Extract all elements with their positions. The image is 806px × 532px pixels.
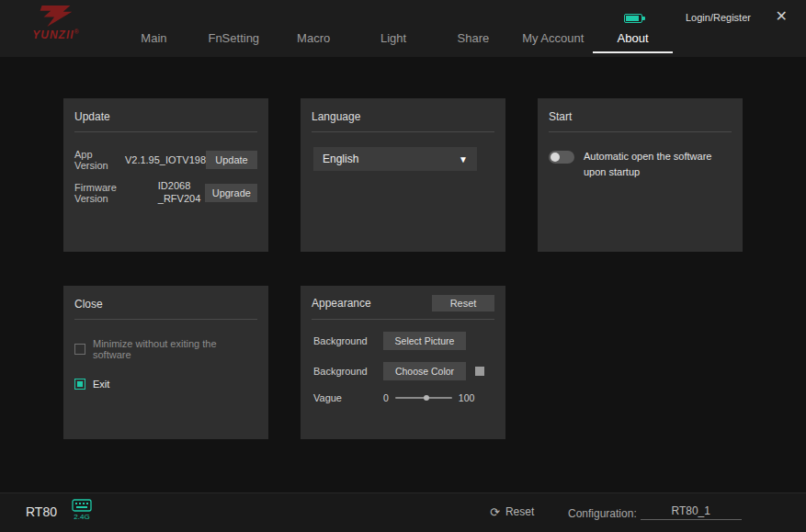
language-panel-title: Language xyxy=(301,98,505,131)
divider xyxy=(312,319,494,320)
vague-slider[interactable] xyxy=(395,397,452,399)
appearance-panel-title: Appearance xyxy=(312,297,371,310)
brand-logo-icon xyxy=(36,4,76,28)
main-content: Update App Version V2.1.95_IOTV198 Updat… xyxy=(0,57,806,492)
nav-my-account[interactable]: My Account xyxy=(513,31,593,53)
update-panel-title: Update xyxy=(63,98,268,131)
exit-label: Exit xyxy=(93,379,109,390)
nav-fnsetting[interactable]: FnSetting xyxy=(194,31,274,53)
reset-label: Reset xyxy=(505,505,534,518)
registered-mark: ® xyxy=(74,28,80,35)
refresh-icon: ⟳ xyxy=(490,506,500,518)
configuration-group: Configuration: RT80_1 xyxy=(568,504,742,520)
language-panel: Language English ▼ xyxy=(301,98,505,252)
update-button[interactable]: Update xyxy=(206,151,257,169)
startup-toggle[interactable] xyxy=(549,151,574,164)
exit-checkbox[interactable] xyxy=(74,379,85,390)
firmware-version-label: Firmware Version xyxy=(74,182,152,204)
brand-name: YUNZII® xyxy=(26,28,86,40)
color-swatch[interactable] xyxy=(475,367,484,376)
keyboard-connection[interactable]: 2.4G xyxy=(70,499,94,521)
keyboard-icon xyxy=(72,499,92,512)
battery-fill xyxy=(626,16,639,21)
chevron-down-icon: ▼ xyxy=(459,154,468,164)
background-picture-label: Background xyxy=(313,335,383,346)
startup-toggle-label: Automatic open the software upon startup xyxy=(584,149,716,179)
vague-row: Vague 0 100 xyxy=(301,392,505,403)
connection-type-label: 2.4G xyxy=(70,513,94,521)
footer: RT80 2.4G ⟳ Reset Configuration: RT80_1 xyxy=(0,492,806,532)
divider xyxy=(549,131,732,132)
close-icon[interactable]: ✕ xyxy=(776,9,788,24)
nav-macro[interactable]: Macro xyxy=(274,31,354,53)
login-register-link[interactable]: Login/Register xyxy=(686,12,751,23)
main-nav: Main FnSetting Macro Light Share My Acco… xyxy=(114,31,673,53)
app-version-row: App Version V2.1.95_IOTV198 Update xyxy=(63,149,268,171)
background-picture-row: Background Select Picture xyxy=(301,332,505,350)
appearance-title-row: Appearance Reset xyxy=(301,286,505,319)
select-picture-button[interactable]: Select Picture xyxy=(383,332,466,350)
nav-share[interactable]: Share xyxy=(433,31,513,53)
brand-logo: YUNZII® xyxy=(26,4,86,40)
firmware-version-row: Firmware Version ID2068 _RFV204 Upgrade xyxy=(63,180,268,206)
header: YUNZII® Main FnSetting Macro Light Share… xyxy=(0,0,806,57)
exit-option[interactable]: Exit xyxy=(63,379,268,390)
appearance-reset-button[interactable]: Reset xyxy=(432,295,494,311)
battery-icon xyxy=(624,14,642,23)
device-name: RT80 xyxy=(26,504,57,519)
reset-button[interactable]: ⟳ Reset xyxy=(490,505,534,518)
close-panel-title: Close xyxy=(63,286,268,319)
close-panel: Close Minimize without exiting the softw… xyxy=(63,286,268,439)
divider xyxy=(74,131,257,132)
app-version-label: App Version xyxy=(74,149,119,171)
nav-light[interactable]: Light xyxy=(354,31,434,53)
nav-main[interactable]: Main xyxy=(114,31,194,53)
vague-label: Vague xyxy=(313,392,383,403)
language-select[interactable]: English ▼ xyxy=(313,147,477,171)
app-version-value: V2.1.95_IOTV198 xyxy=(125,154,206,165)
firmware-version-value: ID2068 _RFV204 xyxy=(158,180,205,206)
language-selected-value: English xyxy=(323,153,358,165)
vague-max-label: 100 xyxy=(459,392,475,403)
appearance-panel: Appearance Reset Background Select Pictu… xyxy=(301,286,505,439)
background-color-row: Background Choose Color xyxy=(301,362,505,380)
choose-color-button[interactable]: Choose Color xyxy=(383,362,466,380)
start-panel-title: Start xyxy=(538,98,743,131)
background-color-label: Background xyxy=(313,366,383,377)
divider xyxy=(74,319,257,320)
startup-row: Automatic open the software upon startup xyxy=(538,149,743,179)
nav-about[interactable]: About xyxy=(593,31,673,53)
start-panel: Start Automatic open the software upon s… xyxy=(538,98,743,252)
upgrade-button[interactable]: Upgrade xyxy=(205,184,257,202)
vague-min-label: 0 xyxy=(383,392,389,403)
toggle-knob xyxy=(551,153,560,162)
configuration-label: Configuration: xyxy=(568,507,637,520)
divider xyxy=(312,131,494,132)
update-panel: Update App Version V2.1.95_IOTV198 Updat… xyxy=(63,98,268,252)
minimize-checkbox[interactable] xyxy=(74,344,85,355)
minimize-label: Minimize without exiting the software xyxy=(93,338,257,360)
configuration-value[interactable]: RT80_1 xyxy=(641,504,742,520)
vague-slider-handle[interactable] xyxy=(424,395,429,401)
minimize-option[interactable]: Minimize without exiting the software xyxy=(63,338,268,360)
